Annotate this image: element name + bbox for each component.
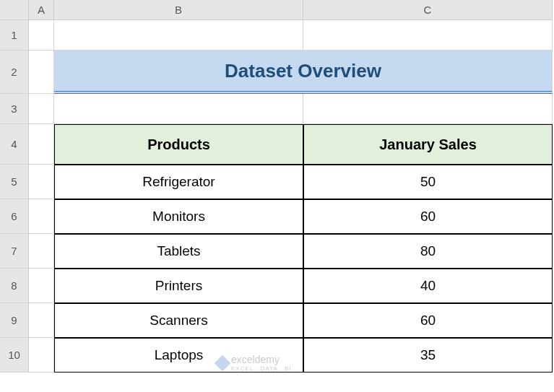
table-row[interactable]: 40	[303, 269, 553, 303]
table-row[interactable]: Tablets	[54, 234, 303, 269]
cell-a9[interactable]	[29, 303, 54, 338]
row-header-6[interactable]: 6	[0, 199, 29, 234]
cell-a2[interactable]	[29, 51, 54, 94]
cell-a1[interactable]	[29, 20, 54, 51]
table-row[interactable]: Scanners	[54, 303, 303, 338]
column-header-a[interactable]: A	[29, 0, 54, 20]
cell-a8[interactable]	[29, 269, 54, 303]
column-header-b[interactable]: B	[54, 0, 303, 20]
row-header-5[interactable]: 5	[0, 165, 29, 199]
table-header-products[interactable]: Products	[54, 124, 303, 165]
column-header-c[interactable]: C	[303, 0, 553, 20]
watermark-logo-icon	[215, 354, 231, 371]
cell-a10[interactable]	[29, 338, 54, 373]
table-header-sales[interactable]: January Sales	[303, 124, 553, 165]
cell-a5[interactable]	[29, 165, 54, 199]
table-row[interactable]: 60	[303, 199, 553, 234]
cell-c3[interactable]	[303, 94, 553, 124]
cell-a6[interactable]	[29, 199, 54, 234]
watermark-tagline: EXCEL · DATA · BI	[231, 365, 292, 372]
row-header-8[interactable]: 8	[0, 269, 29, 303]
select-all-corner[interactable]	[0, 0, 29, 20]
cell-a3[interactable]	[29, 94, 54, 124]
watermark-name: exceldemy	[231, 354, 292, 365]
row-header-3[interactable]: 3	[0, 94, 29, 124]
table-row[interactable]: Monitors	[54, 199, 303, 234]
cell-b1[interactable]	[54, 20, 303, 51]
row-header-1[interactable]: 1	[0, 20, 29, 51]
row-header-4[interactable]: 4	[0, 124, 29, 165]
table-row[interactable]: 60	[303, 303, 553, 338]
watermark: exceldemy EXCEL · DATA · BI	[217, 354, 292, 372]
spreadsheet-grid: A B C 1 2 Dataset Overview 3 4 Products …	[0, 0, 554, 373]
cell-c1[interactable]	[303, 20, 553, 51]
table-row[interactable]: 80	[303, 234, 553, 269]
row-header-2[interactable]: 2	[0, 51, 29, 94]
table-row[interactable]: 50	[303, 165, 553, 199]
cell-a4[interactable]	[29, 124, 54, 165]
cell-a7[interactable]	[29, 234, 54, 269]
dataset-title[interactable]: Dataset Overview	[54, 51, 553, 94]
row-header-7[interactable]: 7	[0, 234, 29, 269]
table-row[interactable]: 35	[303, 338, 553, 373]
row-header-9[interactable]: 9	[0, 303, 29, 338]
cell-b3[interactable]	[54, 94, 303, 124]
row-header-10[interactable]: 10	[0, 338, 29, 373]
table-row[interactable]: Printers	[54, 269, 303, 303]
table-row[interactable]: Refrigerator	[54, 165, 303, 199]
